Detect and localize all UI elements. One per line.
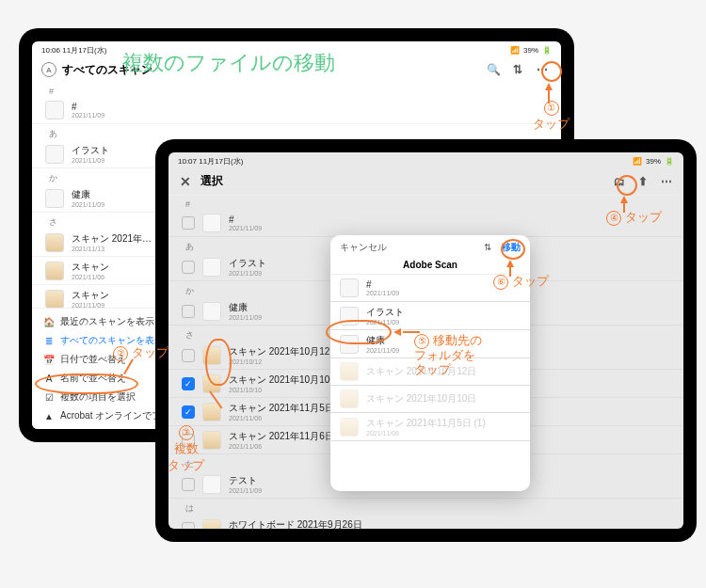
item-name: スキャン 2021年10月10日 <box>229 373 339 387</box>
folder-icon <box>45 189 64 208</box>
screen-front: 10:07 11月17日(水) 📶 39% 🔋 ✕ 選択 🗂 ⬆ ⋯ # # 2… <box>168 152 683 529</box>
modal-row[interactable]: # 2021/11/09 <box>330 275 530 302</box>
checkbox[interactable]: ✓ <box>182 405 195 419</box>
item-name: スキャン 2021年… <box>72 232 152 246</box>
folder-icon <box>202 302 221 321</box>
step2-ellipse <box>35 373 138 394</box>
item-name: # <box>366 279 399 290</box>
doc-icon <box>202 403 221 421</box>
checkbox[interactable]: ✓ <box>182 377 195 390</box>
battery-icon: 🔋 <box>665 157 674 166</box>
checkbox[interactable] <box>182 216 195 230</box>
search-icon[interactable]: 🔍 <box>484 60 503 79</box>
folder-icon <box>340 278 359 297</box>
item-date: 2021/11/09 <box>72 157 109 164</box>
item-name: 健康 <box>72 188 104 201</box>
share-icon[interactable]: ⬆ <box>638 175 648 188</box>
item-name: スキャン 2021年11月5日 (1) <box>366 417 486 430</box>
item-name: イラスト <box>229 257 266 270</box>
page-title: すべてのスキャン <box>62 62 152 78</box>
checkbox[interactable] <box>182 349 195 362</box>
item-name: 健康 <box>229 301 262 314</box>
modal-row: スキャン 2021年11月5日 (1) 2021/11/06 <box>330 413 530 441</box>
selectable-row[interactable]: ホワイトボード 2021年9月26日 2021/11/06 <box>168 515 683 529</box>
item-name: スキャン 2021年10月12日 <box>229 345 339 358</box>
item-date: 2021/11/09 <box>72 112 104 119</box>
time: 10:07 <box>178 157 197 166</box>
selectable-row[interactable]: # 2021/11/09 <box>168 209 683 237</box>
doc-icon <box>45 233 64 252</box>
section-letter: は <box>168 499 683 515</box>
doc-icon <box>45 262 64 280</box>
folder-icon <box>202 214 221 232</box>
checkbox[interactable] <box>182 434 195 447</box>
section-letter: あ <box>32 124 561 140</box>
item-date: 2021/11/06 <box>72 274 109 280</box>
statusbar: 10:07 11月17日(水) 📶 39% 🔋 <box>168 152 683 167</box>
app-icon: A <box>41 62 56 77</box>
doc-icon <box>202 431 221 450</box>
menu-label: すべてのスキャンを表示 <box>60 334 164 347</box>
menu-icon: 🏠 <box>43 317 55 327</box>
item-date: 2021/11/06 <box>366 430 486 437</box>
wifi-icon: 📶 <box>510 46 520 55</box>
modal-sort-icon[interactable]: ⇅ <box>484 242 491 252</box>
date: 11月17日(水) <box>62 46 106 55</box>
doc-icon <box>45 290 64 309</box>
modal-row: スキャン 2021年10月12日 <box>330 358 530 386</box>
folder-icon <box>45 145 64 164</box>
time: 10:06 <box>41 46 60 55</box>
date: 11月17日(水) <box>199 157 243 166</box>
statusbar: 10:06 11月17日(水) 📶 39% 🔋 <box>32 41 561 56</box>
menu-icon: 📅 <box>43 355 55 365</box>
battery-pct: 39% <box>523 46 538 55</box>
step6-circle <box>501 239 525 260</box>
checkbox[interactable] <box>182 522 195 530</box>
item-date: 2021/11/09 <box>229 270 266 277</box>
folder-icon <box>45 101 64 119</box>
doc-icon <box>340 362 359 381</box>
item-name: # <box>72 102 104 112</box>
item-date: 2021/11/09 <box>229 225 262 231</box>
checkbox[interactable] <box>182 478 195 491</box>
step5-ellipse <box>326 320 392 344</box>
item-date: 2021/11/13 <box>72 246 152 252</box>
select-title: 選択 <box>201 173 223 189</box>
battery-icon: 🔋 <box>542 46 552 55</box>
item-date: 2021/11/09 <box>229 487 262 494</box>
ipad-front: 10:07 11月17日(水) 📶 39% 🔋 ✕ 選択 🗂 ⬆ ⋯ # # 2… <box>155 139 697 542</box>
modal-folder-list: # 2021/11/09 イラスト 2021/11/09 健康 2021/11/… <box>330 275 530 441</box>
section-letter: # <box>32 83 561 96</box>
item-name: スキャン 2021年11月6日 <box>229 430 334 443</box>
item-name: スキャン 2021年10月10日 <box>366 392 476 405</box>
step4-circle <box>617 175 637 196</box>
move-modal: キャンセル ⇅ 移動 Adobe Scan # 2021/11/09 イラスト … <box>330 235 530 491</box>
item-name: スキャン <box>72 261 109 274</box>
item-name: スキャン <box>72 289 109 302</box>
checkbox[interactable] <box>182 305 195 318</box>
item-name: イラスト <box>366 306 404 319</box>
item-date: 2021/10/10 <box>229 387 339 393</box>
step3-ellipse <box>205 339 232 386</box>
close-icon[interactable]: ✕ <box>180 174 191 189</box>
list-item[interactable]: # 2021/11/09 <box>32 96 561 124</box>
doc-icon <box>202 519 221 530</box>
cancel-button[interactable]: キャンセル <box>340 241 387 254</box>
battery-pct: 39% <box>646 157 661 166</box>
menu-label: 最近のスキャンを表示 <box>60 315 154 328</box>
folder-icon <box>202 258 221 277</box>
more-icon[interactable]: ⋯ <box>661 175 672 188</box>
menu-icon: ≣ <box>43 336 55 346</box>
sort-icon[interactable]: ⇅ <box>508 60 527 79</box>
header: A すべてのスキャン 🔍 ⇅ ⋯ <box>32 56 561 83</box>
modal-row: スキャン 2021年10月10日 <box>330 386 530 413</box>
item-name: ホワイトボード 2021年9月26日 <box>229 518 362 529</box>
step1-circle <box>541 61 562 82</box>
checkbox[interactable] <box>182 261 195 274</box>
item-date: 2021/11/06 <box>229 443 334 450</box>
wifi-icon: 📶 <box>633 157 642 166</box>
folder-icon <box>202 475 221 494</box>
select-header: ✕ 選択 🗂 ⬆ ⋯ <box>168 167 683 196</box>
menu-icon: ▲ <box>43 411 55 421</box>
item-date: 2021/11/09 <box>366 347 399 354</box>
